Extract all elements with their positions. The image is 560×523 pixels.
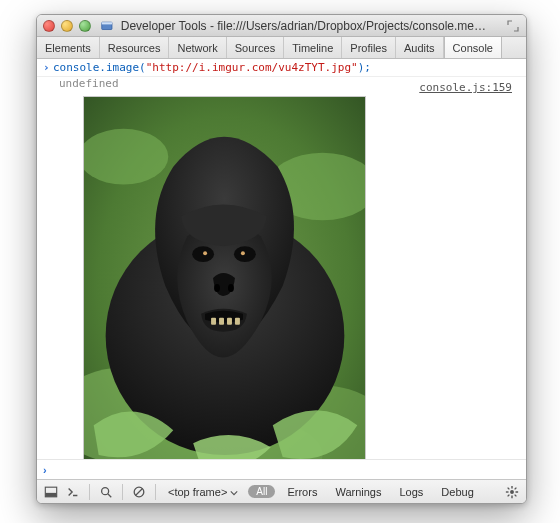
tab-profiles[interactable]: Profiles <box>342 37 396 58</box>
svg-line-33 <box>508 494 510 496</box>
code-string: "http://i.imgur.com/vu4zTYT.jpg" <box>146 61 358 74</box>
svg-rect-1 <box>102 22 112 24</box>
console-input[interactable] <box>57 463 520 476</box>
close-button[interactable] <box>43 20 55 32</box>
tab-label: Resources <box>108 42 161 54</box>
tab-label: Timeline <box>292 42 333 54</box>
minimize-button[interactable] <box>61 20 73 32</box>
window-controls <box>43 20 91 32</box>
filter-all[interactable]: All <box>248 485 275 498</box>
status-bar: <top frame> All Errors Warnings Logs Deb… <box>37 479 526 503</box>
code-tail: ); <box>358 61 371 74</box>
filter-logs[interactable]: Logs <box>393 486 429 498</box>
svg-rect-17 <box>227 318 232 325</box>
expand-icon[interactable] <box>507 20 520 32</box>
svg-rect-16 <box>219 318 224 325</box>
zoom-button[interactable] <box>79 20 91 32</box>
tab-audits[interactable]: Audits <box>396 37 444 58</box>
svg-line-34 <box>515 487 517 489</box>
svg-point-10 <box>234 246 256 262</box>
gear-icon[interactable] <box>504 484 520 500</box>
clear-icon[interactable] <box>131 484 147 500</box>
svg-rect-15 <box>211 318 216 325</box>
code-call: console.image( <box>53 61 146 74</box>
tab-console[interactable]: Console <box>444 37 502 58</box>
search-icon[interactable] <box>98 484 114 500</box>
tab-label: Profiles <box>350 42 387 54</box>
svg-point-11 <box>203 251 207 255</box>
svg-point-26 <box>510 490 514 494</box>
console-code: console.image("http://i.imgur.com/vu4zTY… <box>53 61 371 74</box>
filter-errors[interactable]: Errors <box>281 486 323 498</box>
tab-sources[interactable]: Sources <box>227 37 284 58</box>
console-toggle-icon[interactable] <box>65 484 81 500</box>
separator <box>122 484 123 500</box>
frame-selector-label: <top frame> <box>168 486 227 498</box>
tab-label: Console <box>453 42 493 54</box>
svg-point-9 <box>192 246 214 262</box>
tab-label: Audits <box>404 42 435 54</box>
console-prompt[interactable]: › <box>37 459 526 479</box>
console-entry-input: › console.image("http://i.imgur.com/vu4z… <box>37 59 526 77</box>
result-value: undefined <box>43 77 119 90</box>
tab-label: Elements <box>45 42 91 54</box>
svg-line-31 <box>508 487 510 489</box>
console-logged-image <box>83 96 366 459</box>
separator <box>89 484 90 500</box>
chevron-down-icon <box>230 486 238 498</box>
svg-line-25 <box>136 488 143 495</box>
svg-rect-18 <box>235 318 240 325</box>
console-output: › console.image("http://i.imgur.com/vu4z… <box>37 59 526 459</box>
svg-line-23 <box>108 493 112 497</box>
svg-line-32 <box>515 494 517 496</box>
titlebar: Developer Tools - file:///Users/adrian/D… <box>37 15 526 37</box>
svg-rect-20 <box>45 492 56 496</box>
devtools-icon <box>101 19 113 33</box>
tab-bar: Elements Resources Network Sources Timel… <box>37 37 526 59</box>
tab-timeline[interactable]: Timeline <box>284 37 342 58</box>
separator <box>155 484 156 500</box>
input-caret-icon: › <box>43 61 53 74</box>
tab-label: Network <box>177 42 217 54</box>
filter-debug[interactable]: Debug <box>435 486 479 498</box>
svg-point-12 <box>241 251 245 255</box>
filter-warnings[interactable]: Warnings <box>329 486 387 498</box>
devtools-window: Developer Tools - file:///Users/adrian/D… <box>36 14 527 504</box>
source-link[interactable]: console.js:159 <box>419 81 512 94</box>
window-title: Developer Tools - file:///Users/adrian/D… <box>121 19 495 33</box>
svg-point-13 <box>214 284 220 292</box>
tab-network[interactable]: Network <box>169 37 226 58</box>
svg-point-14 <box>228 284 234 292</box>
dock-icon[interactable] <box>43 484 59 500</box>
frame-selector[interactable]: <top frame> <box>164 486 242 498</box>
tab-elements[interactable]: Elements <box>37 37 100 58</box>
tab-resources[interactable]: Resources <box>100 37 170 58</box>
prompt-caret-icon: › <box>43 464 53 476</box>
svg-point-22 <box>102 487 109 494</box>
tab-label: Sources <box>235 42 275 54</box>
